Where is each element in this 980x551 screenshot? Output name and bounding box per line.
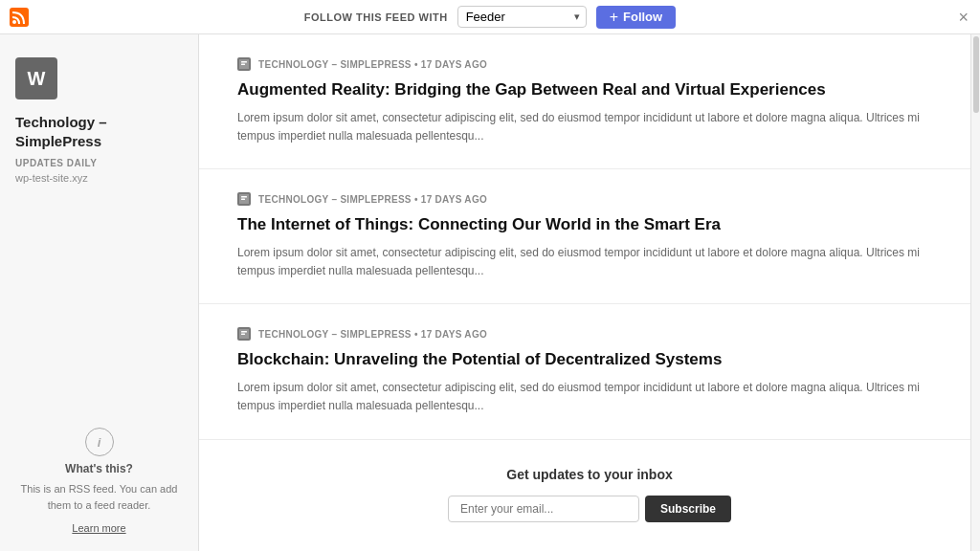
- learn-more-link[interactable]: Learn more: [72, 522, 125, 534]
- follow-button-label: Follow: [623, 10, 662, 24]
- avatar: W: [15, 57, 57, 99]
- site-url: wp-test-site.xyz: [15, 172, 183, 184]
- article-excerpt: Lorem ipsum dolor sit amet, consectetur …: [237, 244, 942, 280]
- sidebar: W Technology – SimplePress UPDATES DAILY…: [0, 34, 199, 551]
- scrollbar-thumb[interactable]: [973, 36, 979, 113]
- close-button[interactable]: ×: [958, 9, 969, 26]
- sidebar-info: i What's this? This is an RSS feed. You …: [15, 428, 183, 536]
- article-meta: TECHNOLOGY – SIMPLEPRESS • 17 DAYS AGO: [237, 327, 942, 341]
- main-container: W Technology – SimplePress UPDATES DAILY…: [0, 34, 980, 551]
- article-excerpt: Lorem ipsum dolor sit amet, consectetur …: [237, 109, 942, 145]
- whats-this-label: What's this?: [15, 462, 183, 475]
- site-title: Technology – SimplePress: [15, 113, 183, 150]
- svg-rect-9: [241, 331, 247, 333]
- article-source-icon: [237, 327, 251, 341]
- feeder-select-wrapper[interactable]: Feeder Inoreader NewsBlur The Old Reader: [457, 6, 587, 28]
- feeder-select[interactable]: Feeder Inoreader NewsBlur The Old Reader: [458, 7, 574, 27]
- info-description: This is an RSS feed. You can add them to…: [15, 481, 183, 513]
- article-meta-text: TECHNOLOGY – SIMPLEPRESS • 17 DAYS AGO: [258, 194, 487, 205]
- svg-rect-10: [241, 334, 245, 336]
- scrollbar-track[interactable]: [970, 34, 980, 551]
- svg-rect-4: [241, 64, 245, 66]
- svg-rect-6: [241, 196, 247, 198]
- article-title[interactable]: The Internet of Things: Connecting Our W…: [237, 213, 942, 236]
- article-item: TECHNOLOGY – SIMPLEPRESS • 17 DAYS AGO B…: [199, 304, 980, 439]
- article-item: TECHNOLOGY – SIMPLEPRESS • 17 DAYS AGO T…: [199, 169, 980, 304]
- article-source-icon: [237, 57, 251, 71]
- article-title[interactable]: Blockchain: Unraveling the Potential of …: [237, 348, 942, 371]
- email-heading: Get updates to your inbox: [237, 467, 942, 482]
- follow-button[interactable]: + Follow: [596, 6, 677, 29]
- content-area: TECHNOLOGY – SIMPLEPRESS • 17 DAYS AGO A…: [199, 34, 980, 551]
- updates-label: UPDATES DAILY: [15, 158, 183, 168]
- article-meta: TECHNOLOGY – SIMPLEPRESS • 17 DAYS AGO: [237, 192, 942, 206]
- email-input[interactable]: [448, 496, 639, 522]
- article-source-icon: [237, 192, 251, 206]
- email-section: Get updates to your inbox Subscribe: [199, 440, 980, 549]
- email-form: Subscribe: [237, 496, 942, 522]
- plus-icon: +: [610, 10, 618, 25]
- article-item: TECHNOLOGY – SIMPLEPRESS • 17 DAYS AGO A…: [199, 34, 980, 169]
- info-icon: i: [85, 428, 114, 456]
- subscribe-button[interactable]: Subscribe: [645, 496, 731, 522]
- article-title[interactable]: Augmented Reality: Bridging the Gap Betw…: [237, 78, 942, 101]
- rss-icon: [10, 8, 29, 31]
- article-meta: TECHNOLOGY – SIMPLEPRESS • 17 DAYS AGO: [237, 57, 942, 71]
- svg-rect-3: [241, 61, 247, 63]
- article-meta-text: TECHNOLOGY – SIMPLEPRESS • 17 DAYS AGO: [258, 329, 487, 340]
- follow-feed-label: FOLLOW THIS FEED WITH: [304, 11, 448, 23]
- article-meta-text: TECHNOLOGY – SIMPLEPRESS • 17 DAYS AGO: [258, 59, 487, 70]
- top-bar: FOLLOW THIS FEED WITH Feeder Inoreader N…: [0, 0, 980, 34]
- article-excerpt: Lorem ipsum dolor sit amet, consectetur …: [237, 379, 942, 415]
- svg-rect-7: [241, 199, 245, 201]
- svg-point-1: [12, 20, 16, 24]
